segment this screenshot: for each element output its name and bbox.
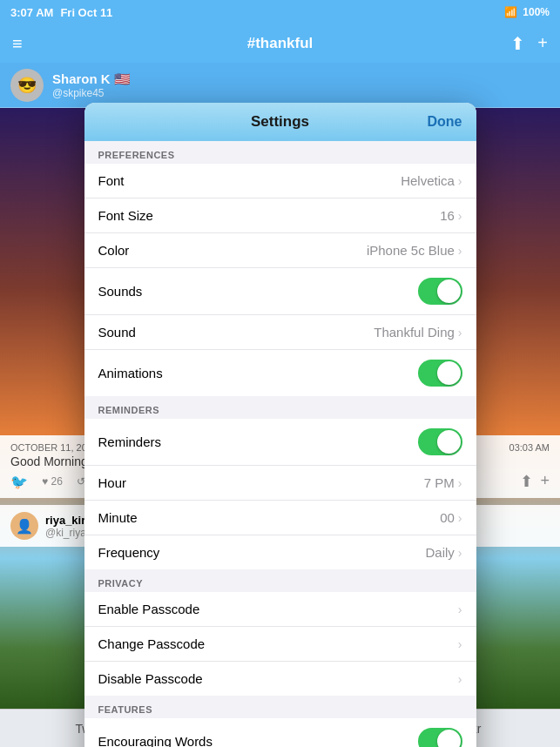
toggle-knob: [437, 430, 461, 454]
minute-row[interactable]: Minute 00 ›: [84, 501, 476, 535]
minute-label: Minute: [98, 510, 138, 525]
chevron-icon: ›: [458, 326, 462, 340]
encouraging-words-toggle[interactable]: [418, 728, 462, 747]
hour-label: Hour: [98, 475, 127, 490]
reminders-section: REMINDERS Reminders Hour 7 PM › Minut: [84, 396, 476, 569]
chevron-icon: ›: [458, 602, 462, 616]
chevron-icon: ›: [458, 546, 462, 560]
toggle-knob: [437, 730, 461, 747]
disable-passcode-row[interactable]: Disable Passcode ›: [84, 662, 476, 696]
color-row[interactable]: Color iPhone 5c Blue ›: [84, 233, 476, 268]
frequency-row[interactable]: Frequency Daily ›: [84, 535, 476, 569]
animations-label: Animations: [98, 366, 163, 380]
chevron-icon: ›: [458, 511, 462, 525]
reminders-toggle[interactable]: [418, 428, 462, 455]
sound-label: Sound: [98, 325, 136, 340]
sounds-row[interactable]: Sounds: [84, 268, 476, 315]
font-label: Font: [98, 173, 125, 188]
chevron-icon: ›: [458, 244, 462, 258]
sounds-label: Sounds: [98, 284, 143, 299]
modal-overlay: Settings Done PREFERENCES Font Helvetica…: [0, 0, 560, 747]
settings-title: Settings: [133, 113, 428, 131]
privacy-group: Enable Passcode › Change Passcode › Disa…: [84, 592, 476, 696]
minute-value: 00 ›: [440, 510, 462, 525]
toggle-knob: [437, 361, 461, 385]
fontsize-label: Font Size: [98, 208, 153, 223]
hour-value: 7 PM ›: [424, 475, 462, 490]
features-group: Encouraging Words Encouraging Words Freq…: [84, 718, 476, 747]
sounds-toggle[interactable]: [418, 278, 462, 305]
change-passcode-row[interactable]: Change Passcode ›: [84, 627, 476, 662]
animations-toggle[interactable]: [418, 360, 462, 387]
fontsize-row[interactable]: Font Size 16 ›: [84, 199, 476, 233]
encouraging-words-row[interactable]: Encouraging Words: [84, 718, 476, 747]
encouraging-words-label: Encouraging Words: [98, 734, 213, 747]
color-label: Color: [98, 243, 130, 258]
font-row[interactable]: Font Helvetica ›: [84, 164, 476, 199]
chevron-icon: ›: [458, 209, 462, 223]
chevron-icon: ›: [458, 672, 462, 686]
preferences-section: PREFERENCES Font Helvetica › Font Size 1…: [84, 141, 476, 396]
disable-passcode-label: Disable Passcode: [98, 671, 203, 686]
preferences-header: PREFERENCES: [84, 141, 476, 164]
fontsize-value: 16 ›: [440, 208, 462, 223]
toggle-knob: [437, 279, 461, 303]
privacy-section: PRIVACY Enable Passcode › Change Passcod…: [84, 569, 476, 696]
hour-row[interactable]: Hour 7 PM ›: [84, 466, 476, 501]
settings-modal: Settings Done PREFERENCES Font Helvetica…: [84, 103, 476, 747]
reminders-group: Reminders Hour 7 PM › Minute 00: [84, 419, 476, 569]
preferences-group: Font Helvetica › Font Size 16 › Color: [84, 164, 476, 396]
change-passcode-label: Change Passcode: [98, 636, 206, 651]
privacy-header: PRIVACY: [84, 569, 476, 592]
frequency-label: Frequency: [98, 545, 160, 560]
features-header: FEATURES: [84, 696, 476, 718]
chevron-icon: ›: [458, 174, 462, 188]
modal-header: Settings Done: [84, 103, 476, 141]
chevron-icon: ›: [458, 637, 462, 651]
features-section: FEATURES Encouraging Words Encouraging W…: [84, 696, 476, 747]
done-button[interactable]: Done: [428, 114, 462, 130]
enable-passcode-row[interactable]: Enable Passcode ›: [84, 592, 476, 627]
reminders-label: Reminders: [98, 434, 162, 449]
enable-passcode-label: Enable Passcode: [98, 602, 200, 616]
sound-value: Thankful Ding ›: [374, 325, 462, 340]
reminders-row[interactable]: Reminders: [84, 419, 476, 466]
animations-row[interactable]: Animations: [84, 350, 476, 396]
color-value: iPhone 5c Blue ›: [367, 243, 462, 258]
chevron-icon: ›: [458, 476, 462, 490]
font-value: Helvetica ›: [401, 173, 462, 188]
sound-row[interactable]: Sound Thankful Ding ›: [84, 315, 476, 350]
reminders-header: REMINDERS: [84, 396, 476, 419]
frequency-value: Daily ›: [425, 545, 462, 560]
